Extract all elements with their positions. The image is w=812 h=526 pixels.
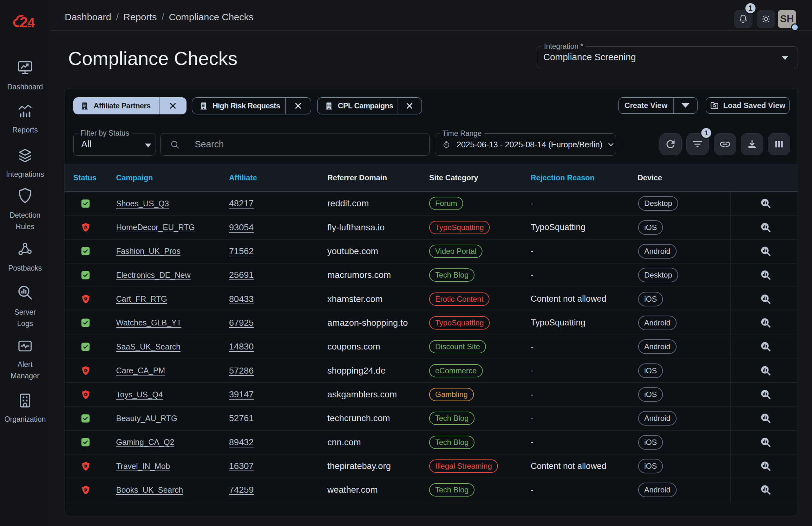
svg-text:4: 4 — [28, 15, 35, 29]
svg-text:2: 2 — [20, 14, 28, 29]
